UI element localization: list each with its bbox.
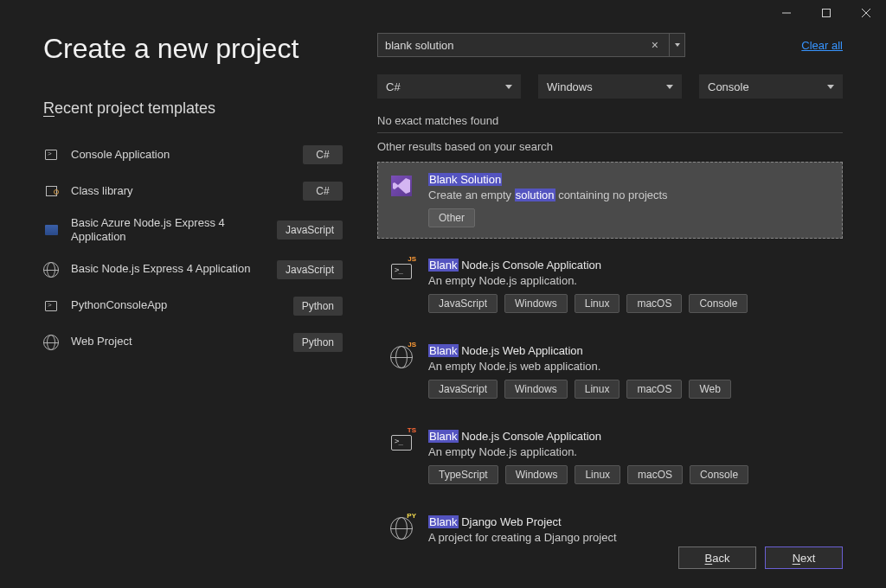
result-description: An empty Node.js web application. [428, 360, 831, 373]
template-label: PythonConsoleApp [71, 298, 281, 312]
svg-rect-0 [823, 10, 831, 17]
result-tags: TypeScriptWindowsLinuxmacOSConsole [428, 465, 831, 484]
result-tag: Console [690, 465, 748, 484]
chevron-down-icon [505, 85, 512, 89]
template-icon [43, 184, 59, 198]
result-tag: macOS [627, 465, 683, 484]
language-badge: Python [293, 333, 343, 352]
language-badge: JavaScript [277, 260, 343, 279]
template-icon [43, 336, 59, 349]
result-tag: macOS [626, 294, 682, 313]
back-button[interactable]: Back [678, 546, 756, 569]
close-button[interactable] [846, 0, 886, 26]
no-matches-message: No exact matches found [377, 114, 843, 127]
project-type-filter-label: Console [708, 80, 749, 93]
recent-templates-heading: Recent project templates [43, 99, 343, 118]
template-label: Console Application [71, 148, 291, 162]
template-label: Basic Node.js Express 4 Application [71, 262, 265, 276]
clear-search-icon[interactable]: × [648, 38, 662, 52]
result-icon [388, 173, 414, 199]
result-tag: Windows [505, 465, 568, 484]
result-tag: JavaScript [428, 380, 498, 399]
result-title: Blank Node.js Console Application [428, 430, 831, 443]
language-badge-icon: PY [406, 513, 417, 520]
template-icon [43, 299, 59, 313]
language-badge-icon: TS [407, 427, 417, 434]
result-tag: macOS [626, 380, 682, 399]
result-icon: PY [388, 515, 414, 541]
result-icon: JS [388, 259, 414, 284]
result-description: An empty Node.js application. [428, 274, 831, 287]
result-icon: TS [388, 430, 414, 456]
language-filter[interactable]: C# [377, 74, 521, 99]
chevron-down-icon [666, 85, 673, 89]
recent-template-item[interactable]: Basic Node.js Express 4 ApplicationJavaS… [43, 252, 343, 288]
search-dropdown-button[interactable] [670, 33, 685, 57]
result-tag: Windows [504, 380, 568, 399]
chevron-down-icon [827, 85, 834, 89]
result-tag: Linux [575, 380, 620, 399]
result-tag: Other [428, 208, 475, 227]
result-tag: Linux [575, 294, 620, 313]
language-badge: Python [293, 297, 343, 316]
result-tag: Console [689, 294, 748, 313]
platform-filter-label: Windows [547, 80, 593, 93]
result-icon: JS [388, 344, 414, 370]
language-badge-icon: JS [407, 256, 417, 263]
search-input-container: × [377, 33, 670, 57]
result-title: Blank Django Web Project [428, 515, 831, 528]
title-bar [0, 0, 886, 26]
template-label: Basic Azure Node.js Express 4 Applicatio… [71, 216, 265, 245]
language-badge-icon: JS [407, 342, 417, 348]
recent-template-item[interactable]: Web ProjectPython [43, 324, 343, 361]
recent-template-item[interactable]: Console ApplicationC# [43, 137, 343, 173]
result-title: Blank Node.js Web Application [428, 344, 831, 357]
search-input[interactable] [385, 34, 648, 56]
recent-template-item[interactable]: Basic Azure Node.js Express 4 Applicatio… [43, 209, 343, 252]
result-item[interactable]: JSBlank Node.js Console ApplicationAn em… [377, 247, 843, 324]
platform-filter[interactable]: Windows [538, 74, 682, 99]
result-tag: JavaScript [428, 294, 498, 313]
chevron-down-icon [675, 43, 680, 47]
result-item[interactable]: Blank SolutionCreate an empty solution c… [377, 162, 843, 239]
language-badge: C# [303, 182, 343, 201]
recent-templates-list: Console ApplicationC#Class libraryC#Basi… [43, 137, 343, 361]
template-icon [43, 223, 59, 237]
result-title: Blank Node.js Console Application [428, 259, 831, 272]
language-filter-label: C# [386, 80, 401, 93]
result-item[interactable]: TSBlank Node.js Console ApplicationAn em… [377, 419, 843, 495]
project-type-filter[interactable]: Console [699, 74, 843, 99]
other-results-label: Other results based on your search [377, 140, 843, 153]
language-badge: JavaScript [277, 220, 343, 240]
divider [377, 132, 843, 133]
template-icon [43, 148, 59, 162]
language-badge: C# [303, 145, 343, 164]
template-label: Web Project [71, 335, 281, 348]
result-item[interactable]: JSBlank Node.js Web ApplicationAn empty … [377, 333, 843, 410]
result-tag: TypeScript [428, 465, 498, 484]
next-button[interactable]: Next [765, 546, 843, 569]
result-description: Create an empty solution containing no p… [428, 189, 831, 201]
template-icon [43, 263, 59, 277]
result-description: An empty Node.js application. [428, 445, 831, 458]
template-label: Class library [71, 184, 291, 198]
result-tags: Other [428, 208, 831, 227]
result-tag: Windows [504, 294, 568, 313]
result-tags: JavaScriptWindowsLinuxmacOSWeb [428, 380, 831, 399]
result-tags: JavaScriptWindowsLinuxmacOSConsole [428, 294, 831, 313]
maximize-button[interactable] [806, 0, 846, 26]
result-description: A project for creating a Django project [428, 531, 831, 544]
result-title: Blank Solution [428, 173, 831, 186]
results-list: Blank SolutionCreate an empty solution c… [377, 162, 843, 562]
result-tag: Web [689, 380, 730, 399]
minimize-button[interactable] [767, 0, 806, 26]
clear-all-link[interactable]: Clear all [782, 39, 843, 52]
page-title: Create a new project [43, 33, 343, 65]
recent-template-item[interactable]: PythonConsoleAppPython [43, 288, 343, 324]
recent-template-item[interactable]: Class libraryC# [43, 173, 343, 209]
result-tag: Linux [575, 465, 620, 484]
